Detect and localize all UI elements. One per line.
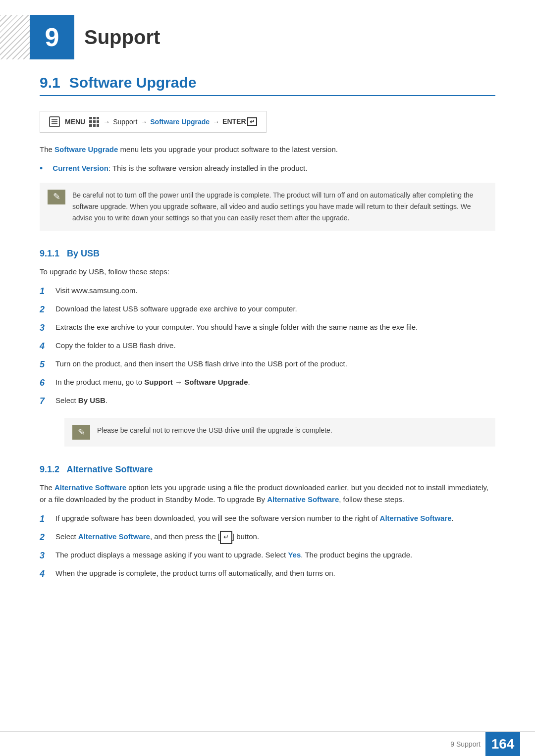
usb-step-1: 1 Visit www.samsung.com.: [40, 285, 495, 298]
usb-step-4: 4 Copy the folder to a USB flash drive.: [40, 340, 495, 353]
footer-page-number: 164: [485, 732, 520, 756]
usb-intro-text: To upgrade by USB, follow these steps:: [40, 266, 495, 278]
note-icon-1: [48, 190, 65, 204]
nav-enter: ENTER↵: [222, 117, 257, 126]
alt-sw-highlight-2: Alternative Software: [267, 495, 339, 504]
alt-sw-highlight-1: Alternative Software: [54, 483, 126, 492]
usb-steps-list: 1 Visit www.samsung.com. 2 Download the …: [40, 285, 495, 408]
bullet-current-version: Current Version: This is the software ve…: [40, 162, 495, 175]
note-box-1: Be careful not to turn off the power unt…: [40, 183, 495, 231]
usb-step-5: 5 Turn on the product, and then insert t…: [40, 358, 495, 371]
nav-arrow-3: →: [213, 118, 219, 126]
enter-btn-icon: ↵: [220, 531, 232, 544]
nav-arrow-1: →: [103, 118, 110, 126]
chapter-header: 9 Support: [30, 0, 535, 69]
alt-step-1: 1 If upgrade software has been downloade…: [40, 512, 495, 526]
alt-software-intro: The Alternative Software option lets you…: [40, 482, 495, 505]
usb-step-2: 2 Download the latest USB software upgra…: [40, 303, 495, 316]
section-91-title: 9.1 Software Upgrade: [40, 74, 495, 96]
section-91-number: 9.1: [40, 74, 60, 91]
intro-text: The Software Upgrade menu lets you upgra…: [40, 144, 495, 155]
chapter-number: 9: [30, 15, 74, 59]
section-91-label: Software Upgrade: [69, 74, 197, 91]
nav-support: Support: [113, 118, 137, 126]
usb-step-6: 6 In the product menu, go to Support → S…: [40, 376, 495, 390]
usb-step-3: 3 Extracts the exe archive to your compu…: [40, 321, 495, 335]
usb-step-7: 7 Select By USB.: [40, 395, 495, 408]
main-content: 9.1 Software Upgrade MENU → Support → So…: [40, 74, 495, 620]
alt-step-2: 2 Select Alternative Software, and then …: [40, 531, 495, 544]
page-footer: 9 Support 164: [0, 731, 535, 756]
nav-menu-label: MENU: [65, 118, 85, 126]
alt-step-3: 3 The product displays a message asking …: [40, 549, 495, 562]
note-icon-2: [72, 425, 90, 440]
alt-steps-list: 1 If upgrade software has been downloade…: [40, 512, 495, 581]
intro-highlight: Software Upgrade: [54, 145, 118, 153]
subsection-911-title: 9.1.1 By USB: [40, 249, 495, 259]
note-1-text: Be careful not to turn off the power unt…: [72, 190, 487, 224]
chapter-title: Support: [84, 26, 160, 49]
footer-chapter-label: 9 Support: [450, 740, 481, 748]
subsection-912-title: 9.1.2 Alternative Software: [40, 464, 495, 475]
note-box-2: Please be careful not to remove the USB …: [64, 418, 495, 447]
nav-arrow-2: →: [140, 118, 147, 126]
alt-step-4: 4 When the upgrade is complete, the prod…: [40, 567, 495, 581]
current-version-label: Current Version: [53, 164, 108, 172]
note-2-text: Please be careful not to remove the USB …: [97, 425, 332, 436]
nav-path: MENU → Support → Software Upgrade → ENTE…: [40, 111, 267, 133]
nav-software-upgrade: Software Upgrade: [150, 118, 210, 126]
bullet-list: Current Version: This is the software ve…: [40, 162, 495, 175]
